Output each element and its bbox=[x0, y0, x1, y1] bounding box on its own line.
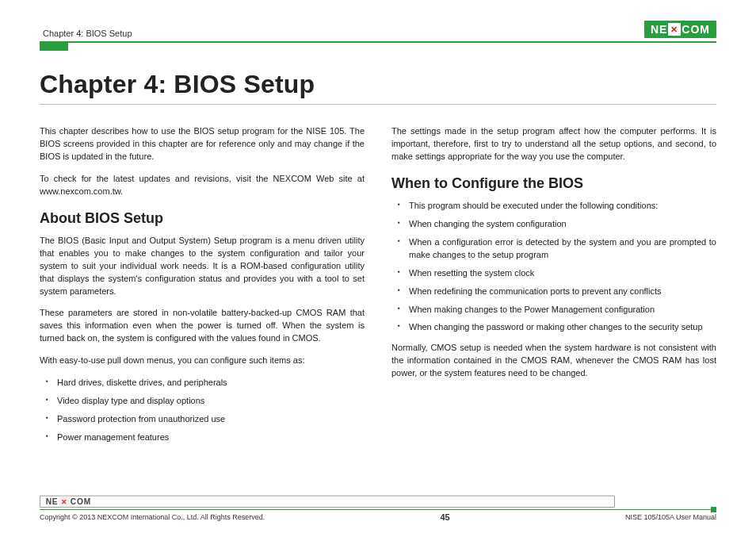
brand-logo: NECOM bbox=[644, 21, 716, 38]
list-item: When changing the system configuration bbox=[401, 218, 716, 231]
brand-logo-text: NECOM bbox=[651, 23, 710, 36]
about-paragraph-2: These parameters are stored in non-volat… bbox=[40, 307, 365, 345]
left-column: This chapter describes how to use the BI… bbox=[40, 125, 365, 452]
list-item: Hard drives, diskette drives, and periph… bbox=[49, 377, 365, 389]
header-green-tab bbox=[40, 43, 68, 51]
list-item: Video display type and display options bbox=[49, 395, 365, 408]
title-underline bbox=[40, 104, 716, 105]
footer-logo-x-icon bbox=[59, 496, 70, 507]
copyright-text: Copyright © 2013 NEXCOM International Co… bbox=[40, 513, 265, 521]
doc-title: NISE 105/105A User Manual bbox=[625, 513, 716, 521]
about-heading: About BIOS Setup bbox=[40, 208, 365, 228]
when-heading: When to Configure the BIOS bbox=[391, 173, 716, 194]
when-items-list: This program should be executed under th… bbox=[391, 200, 716, 335]
list-item: When a configuration error is detected b… bbox=[401, 236, 716, 262]
about-paragraph-3: With easy-to-use pull down menus, you ca… bbox=[40, 355, 365, 367]
list-item: When redefining the communication ports … bbox=[401, 286, 716, 298]
page-header: Chapter 4: BIOS Setup NECOM bbox=[40, 19, 716, 38]
closing-paragraph: Normally, CMOS setup is needed when the … bbox=[391, 342, 716, 380]
page-title: Chapter 4: BIOS Setup bbox=[40, 70, 716, 99]
list-item: When resetting the system clock bbox=[401, 267, 716, 280]
list-item: Password protection from unauthorized us… bbox=[49, 413, 365, 426]
right-column: The settings made in the setup program a… bbox=[391, 125, 716, 452]
header-rule bbox=[40, 41, 716, 43]
list-item: Power management features bbox=[49, 431, 365, 444]
config-items-list: Hard drives, diskette drives, and periph… bbox=[40, 377, 365, 444]
right-top-paragraph: The settings made in the setup program a… bbox=[391, 125, 716, 163]
list-item: This program should be executed under th… bbox=[401, 200, 716, 213]
brand-logo-x-icon bbox=[668, 23, 681, 36]
list-item: When changing the password or making oth… bbox=[401, 321, 716, 334]
breadcrumb: Chapter 4: BIOS Setup bbox=[40, 29, 132, 38]
list-item: When making changes to the Power Managem… bbox=[401, 304, 716, 316]
content-columns: This chapter describes how to use the BI… bbox=[40, 125, 716, 452]
page-footer: NECOM Copyright © 2013 NEXCOM Internatio… bbox=[40, 493, 716, 523]
footer-rule bbox=[40, 509, 716, 511]
intro-paragraph-1: This chapter describes how to use the BI… bbox=[40, 125, 365, 163]
intro-paragraph-2: To check for the latest updates and revi… bbox=[40, 173, 365, 198]
about-paragraph-1: The BIOS (Basic Input and Output System)… bbox=[40, 235, 365, 298]
footer-brand-logo: NECOM bbox=[40, 495, 615, 507]
page-number: 45 bbox=[440, 512, 449, 522]
